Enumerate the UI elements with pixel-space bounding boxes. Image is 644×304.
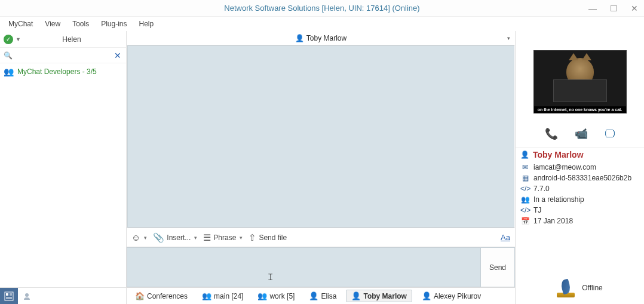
- person-icon: 👤: [422, 291, 431, 300]
- smile-icon: ☺: [131, 232, 140, 242]
- svg-point-6: [25, 293, 29, 297]
- info-relationship: 👥In a relationship: [516, 194, 644, 205]
- email-icon: ✉: [520, 163, 530, 171]
- formatting-button[interactable]: Aa: [501, 233, 510, 242]
- menubar: MyChat View Tools Plug-ins Help: [0, 17, 644, 31]
- phrase-button[interactable]: ☰Phrase▾: [203, 232, 243, 243]
- info-version: </>7.7.0: [516, 183, 644, 194]
- center-column: 👤 Toby Marlow ▾ ☺▾ 📎Insert...▾ ☰Phrase▾ …: [127, 31, 515, 304]
- avatar[interactable]: on the internet, no one knows you're a c…: [533, 50, 627, 113]
- code-icon: </>: [520, 206, 530, 214]
- titlebar: Network Software Solutions [Helen, UIN: …: [0, 0, 644, 17]
- contacts-list: 👥 MyChat Developers - 3/5: [0, 63, 126, 287]
- tab-toby[interactable]: 👤Toby Marlow: [346, 290, 412, 302]
- presence-label: Offline: [582, 284, 602, 292]
- bottom-tabs: 🏠Conferences 👥main [24] 👥work [5] 👤Elisa…: [127, 287, 515, 304]
- status-online-icon: ✓: [4, 35, 13, 44]
- people-icon: 👥: [520, 195, 530, 204]
- message-input[interactable]: 𝙸: [127, 247, 480, 287]
- chat-dropdown-icon[interactable]: ▾: [507, 35, 510, 41]
- right-column: on the internet, no one knows you're a c…: [515, 31, 644, 304]
- main-area: ✓ ▼ Helen 🔍 ✕ 👥 MyChat Developers - 3/5: [0, 31, 644, 304]
- menu-mychat[interactable]: MyChat: [4, 19, 38, 29]
- group-item-developers[interactable]: 👥 MyChat Developers - 3/5: [0, 66, 126, 78]
- sendfile-label: Send file: [259, 234, 287, 242]
- menu-tools[interactable]: Tools: [68, 19, 94, 29]
- sendfile-button[interactable]: ⇧Send file: [249, 232, 287, 243]
- person-icon: 👤: [351, 291, 361, 300]
- group-label: MyChat Developers - 3/5: [17, 67, 97, 76]
- group-icon: 👥: [257, 291, 267, 300]
- emoji-button[interactable]: ☺▾: [131, 232, 147, 242]
- message-input-row: 𝙸 Send: [127, 247, 515, 287]
- chat-title: Toby Marlow: [306, 34, 346, 42]
- tab-main[interactable]: 👥main [24]: [197, 290, 248, 302]
- calendar-icon: 📅: [520, 217, 530, 225]
- call-actions: 📞 📹 🖵: [516, 121, 644, 147]
- person-icon: 👤: [309, 291, 318, 300]
- audio-call-icon[interactable]: 📞: [545, 127, 558, 140]
- info-device: ▦android-id-583331eae5026b2b: [516, 173, 644, 183]
- presence-footer: Offline: [516, 275, 644, 304]
- maximize-button[interactable]: ☐: [608, 4, 620, 13]
- insert-label: Insert...: [167, 234, 191, 242]
- contacts-tab[interactable]: [0, 288, 18, 304]
- search-input[interactable]: [13, 50, 113, 61]
- laptop-illustration: [553, 79, 607, 102]
- group-icon: 👥: [202, 291, 211, 300]
- insert-button[interactable]: 📎Insert...▾: [153, 232, 197, 243]
- search-clear-icon[interactable]: ✕: [113, 51, 122, 60]
- info-email: ✉iamcat@meow.com: [516, 162, 644, 173]
- status-dropdown-icon[interactable]: ▼: [16, 36, 21, 42]
- info-date: 📅17 Jan 2018: [516, 216, 644, 226]
- avatar-container: on the internet, no one knows you're a c…: [516, 31, 644, 121]
- tab-conferences[interactable]: 🏠Conferences: [130, 290, 192, 302]
- tab-alexey[interactable]: 👤Alexey Pikurov: [417, 290, 486, 302]
- window-title: Network Software Solutions [Helen, UIN: …: [224, 4, 419, 13]
- home-icon: 🏠: [135, 291, 145, 300]
- close-button[interactable]: ✕: [628, 4, 640, 13]
- tab-work[interactable]: 👥work [5]: [253, 290, 299, 302]
- chat-header[interactable]: 👤 Toby Marlow ▾: [127, 31, 515, 45]
- menu-view[interactable]: View: [40, 19, 65, 29]
- secondary-tab[interactable]: [18, 288, 36, 304]
- window-controls: — ☐ ✕: [586, 0, 640, 16]
- phrase-label: Phrase: [213, 234, 236, 242]
- contact-name: Toby Marlow: [533, 150, 584, 159]
- chat-messages-area[interactable]: [127, 45, 514, 228]
- left-tabbar: [0, 287, 126, 304]
- menu-help[interactable]: Help: [134, 19, 159, 29]
- menu-plugins[interactable]: Plug-ins: [96, 19, 131, 29]
- person-icon: 👤: [520, 151, 529, 159]
- screen-share-icon[interactable]: 🖵: [605, 128, 615, 140]
- minimize-button[interactable]: —: [586, 4, 599, 13]
- search-row: 🔍 ✕: [0, 48, 126, 63]
- code-icon: </>: [520, 185, 530, 193]
- info-nickname: </>TJ: [516, 205, 644, 216]
- video-call-icon[interactable]: 📹: [575, 127, 588, 140]
- current-user-row[interactable]: ✓ ▼ Helen: [0, 31, 126, 48]
- group-icon: 👥: [4, 67, 14, 76]
- input-toolbar: ☺▾ 📎Insert...▾ ☰Phrase▾ ⇧Send file Aa: [127, 228, 515, 247]
- svg-rect-1: [6, 293, 8, 296]
- text-cursor-icon: 𝙸: [267, 272, 268, 281]
- send-button[interactable]: Send: [480, 247, 515, 287]
- contact-name-row: 👤 Toby Marlow: [516, 147, 644, 162]
- tab-elisa[interactable]: 👤Elisa: [304, 290, 341, 302]
- quill-icon: [557, 278, 576, 297]
- paperclip-icon: 📎: [153, 232, 164, 243]
- device-icon: ▦: [520, 174, 530, 182]
- phrase-icon: ☰: [203, 232, 211, 243]
- search-icon: 🔍: [4, 51, 13, 60]
- avatar-caption: on the internet, no one knows you're a c…: [534, 106, 626, 113]
- current-user-name: Helen: [21, 35, 122, 44]
- person-icon: 👤: [295, 34, 304, 42]
- left-column: ✓ ▼ Helen 🔍 ✕ 👥 MyChat Developers - 3/5: [0, 31, 127, 304]
- upload-icon: ⇧: [249, 232, 256, 243]
